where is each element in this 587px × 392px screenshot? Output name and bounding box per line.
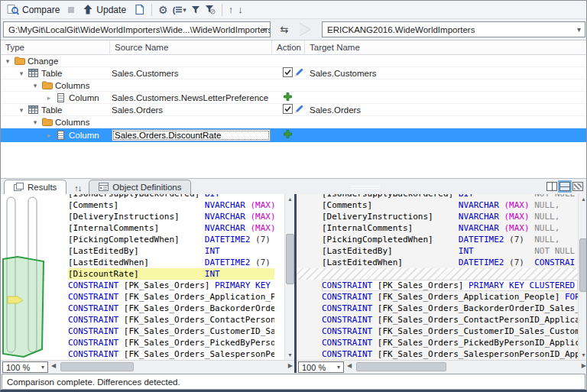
tab-results[interactable]: Results <box>4 180 66 194</box>
tree-row[interactable]: ▸ColumnSales.Orders.DiscountRate <box>1 128 586 142</box>
target-name-cell <box>305 79 586 91</box>
column-icon <box>54 93 67 102</box>
code-line: CONSTRAINT [FK_Sales_Orders_SalespersonP… <box>322 348 578 360</box>
update-button[interactable]: Update <box>79 2 129 17</box>
action-cell <box>272 79 305 91</box>
column-header-type[interactable]: Type <box>1 40 110 54</box>
collapse-icon[interactable]: ▾ <box>16 106 27 114</box>
type-cell: ▸Column <box>1 128 110 141</box>
target-zoom-select[interactable]: 100 % ▾ <box>298 361 344 373</box>
source-combobox[interactable]: G:\MyGit\LocalGit\WideWorldImporters\Wid… <box>3 21 271 37</box>
type-cell: ▾Change <box>1 55 110 66</box>
type-cell: ▾Columns <box>1 116 110 128</box>
tab-label: Results <box>28 183 57 192</box>
target-pane-bottom-bar: 100 % ▾ ◀ ▶ <box>297 360 587 373</box>
code-line: CONSTRAINT [FK_Sales_Orders_PickedByPers… <box>322 337 578 348</box>
compare-label: Compare <box>22 5 60 15</box>
folder-icon <box>13 57 26 65</box>
stop-icon[interactable] <box>67 6 75 14</box>
zoom-value: 100 % <box>6 363 30 372</box>
splitter-grip[interactable] <box>351 184 380 190</box>
sort-toggle-icon[interactable]: ↑↓ <box>68 181 87 194</box>
connection-row: G:\MyGit\LocalGit\WideWorldImporters\Wid… <box>1 19 586 40</box>
source-name-editbox[interactable]: Sales.Orders.DiscountRate <box>112 129 271 141</box>
mixed-layout-icon[interactable] <box>572 182 583 191</box>
scroll-up-icon[interactable]: ▲ <box>579 194 587 204</box>
type-cell: ▾Table <box>1 67 110 79</box>
tree-row[interactable]: ▾Columns <box>1 116 586 128</box>
scroll-right-icon[interactable]: ▶ <box>582 363 586 369</box>
tree-row[interactable]: ▾TableSales.OrdersSales.Orders <box>1 104 586 116</box>
expand-icon[interactable]: ▸ <box>44 94 54 102</box>
source-vertical-scrollbar[interactable]: ▲ ▼ <box>284 194 294 360</box>
chevron-down-icon[interactable]: ▾ <box>262 25 266 34</box>
next-difference-icon[interactable]: ↓ <box>238 5 243 15</box>
action-cell <box>272 104 305 115</box>
tree-row[interactable]: ▸ColumnSales.Customers.NewsLetterPrefere… <box>1 92 586 104</box>
swap-direction-button[interactable]: ⇆ <box>276 22 293 37</box>
source-definition-pane[interactable]: [IsUndersupplyBackordered] BIT[Comments]… <box>66 194 284 360</box>
code-line: CONSTRAINT [FK_Sales_Orders_ContactPerso… <box>322 314 578 326</box>
group-results-icon[interactable]: ( ▾ <box>173 5 186 15</box>
type-label: Table <box>40 105 63 115</box>
tree-row[interactable]: ▾Columns <box>1 79 586 92</box>
vertical-split-layout-icon[interactable] <box>546 182 557 191</box>
source-horizontal-scrollbar[interactable]: ◀ ▶ <box>51 361 293 373</box>
expand-icon[interactable]: ▸ <box>44 131 54 139</box>
source-name-cell: Sales.Customers.NewsLetterPreference <box>110 92 272 103</box>
options-gear-icon[interactable]: ⚙ <box>158 5 168 15</box>
code-line: CONSTRAINT [FK_Sales_Orders_BackorderOrd… <box>322 303 578 314</box>
comparison-tree: ▾Change▾TableSales.CustomersSales.Custom… <box>1 55 586 178</box>
chevron-down-icon: ▾ <box>337 364 340 371</box>
tab-object-definitions[interactable]: Object Definitions <box>89 180 191 194</box>
chevron-down-icon: ▾ <box>41 364 44 371</box>
type-cell: ▸Column <box>1 92 110 103</box>
edit-action-icon <box>294 104 304 115</box>
column-header-source-name[interactable]: Source Name <box>110 40 272 54</box>
scroll-left-icon[interactable]: ◀ <box>51 363 56 369</box>
diff-overview-map[interactable] <box>1 194 66 360</box>
add-action-icon <box>283 92 293 103</box>
tree-row[interactable]: ▾Change <box>1 55 586 67</box>
target-name-cell <box>305 128 586 141</box>
source-zoom-select[interactable]: 100 % ▾ <box>2 361 48 373</box>
collapse-icon[interactable]: ▾ <box>30 118 41 126</box>
horizontal-split-layout-icon[interactable] <box>559 182 570 191</box>
folder-icon <box>41 81 54 89</box>
source-name-cell: Sales.Customers <box>110 67 272 79</box>
type-label: Columns <box>54 118 89 127</box>
code-line: CONSTRAINT [FK_Sales_Orders_ContactPerso… <box>68 314 274 326</box>
filter-icon[interactable] <box>191 5 200 15</box>
column-header-target-name[interactable]: Target Name <box>305 40 586 54</box>
tab-label: Object Definitions <box>112 183 181 192</box>
tree-row[interactable]: ▾TableSales.CustomersSales.Customers <box>1 67 586 79</box>
generate-script-icon[interactable] <box>134 4 145 15</box>
code-line: CONSTRAINT [FK_Sales_Orders_Application_… <box>322 291 578 303</box>
target-horizontal-scrollbar[interactable]: ◀ ▶ <box>347 361 586 373</box>
collapse-icon[interactable]: ▾ <box>30 82 41 89</box>
scroll-down-icon[interactable]: ▼ <box>579 350 587 360</box>
target-vertical-scrollbar[interactable]: ▲ ▼ <box>578 194 587 360</box>
add-action-icon <box>283 129 293 141</box>
code-line: [DeliveryInstructions] NVARCHAR (MAX) NU… <box>322 211 578 222</box>
previous-difference-icon[interactable]: ↑ <box>229 5 234 15</box>
include-checkbox[interactable] <box>283 67 293 79</box>
chevron-down-icon[interactable]: ▾ <box>577 25 581 34</box>
target-code: [IsUndersupplyBackordered] BIT NOT NULL[… <box>297 194 578 360</box>
direction-arrow-icon <box>297 21 319 40</box>
action-cell <box>272 55 305 66</box>
include-checkbox[interactable] <box>283 104 293 115</box>
overview-tubes <box>1 194 66 360</box>
type-label: Columns <box>54 81 89 90</box>
scroll-right-icon[interactable]: ▶ <box>288 363 293 369</box>
clear-filter-icon[interactable] <box>205 5 216 15</box>
target-definition-pane[interactable]: [IsUndersupplyBackordered] BIT NOT NULL[… <box>297 194 587 360</box>
collapse-icon[interactable]: ▾ <box>16 70 27 77</box>
collapse-icon[interactable]: ▾ <box>2 57 13 65</box>
status-bar: Comparison complete. Differences detecte… <box>1 373 586 390</box>
scroll-left-icon[interactable]: ◀ <box>347 363 352 369</box>
compare-button[interactable]: Compare <box>4 2 63 17</box>
edit-action-icon <box>294 67 304 79</box>
column-header-action[interactable]: Action <box>272 40 305 54</box>
target-combobox[interactable]: ERICKANG2016.WideWorldImporters ▾ <box>322 21 585 37</box>
